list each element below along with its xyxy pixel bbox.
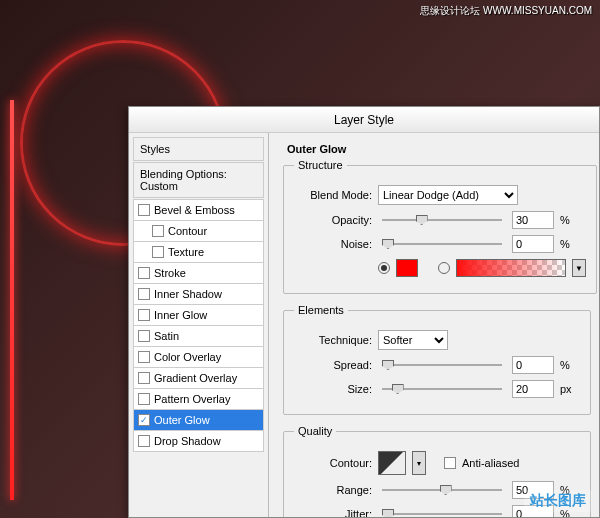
size-input[interactable]: 20 [512, 380, 554, 398]
dialog-title: Layer Style [129, 107, 599, 133]
sidebar-item-label: Bevel & Emboss [154, 204, 235, 216]
sidebar-item-label: Pattern Overlay [154, 393, 230, 405]
sidebar-item-label: Inner Glow [154, 309, 207, 321]
noise-unit: % [560, 238, 578, 250]
sidebar-item-label: Color Overlay [154, 351, 221, 363]
blend-mode-select[interactable]: Linear Dodge (Add) [378, 185, 518, 205]
sidebar-item-label: Inner Shadow [154, 288, 222, 300]
watermark-top: 思缘设计论坛 WWW.MISSYUAN.COM [420, 4, 592, 18]
watermark-bottom: 站长图库 [524, 490, 592, 512]
sidebar-item-texture[interactable]: Texture [133, 242, 264, 263]
checkbox[interactable] [138, 288, 150, 300]
jitter-slider[interactable] [382, 507, 502, 517]
contour-picker[interactable] [378, 451, 406, 475]
sidebar-item-outer-glow[interactable]: ✓Outer Glow [133, 410, 264, 431]
checkbox[interactable] [138, 267, 150, 279]
range-label: Range: [294, 484, 372, 496]
size-slider[interactable] [382, 382, 502, 396]
checkbox[interactable] [138, 393, 150, 405]
checkbox[interactable] [138, 204, 150, 216]
styles-sidebar: Styles Blending Options: Custom Bevel & … [129, 133, 269, 517]
sidebar-item-label: Stroke [154, 267, 186, 279]
structure-group: Structure Blend Mode: Linear Dodge (Add)… [283, 159, 597, 294]
sidebar-item-label: Contour [168, 225, 207, 237]
elements-legend: Elements [294, 304, 348, 316]
antialiased-checkbox[interactable] [444, 457, 456, 469]
checkbox[interactable] [138, 435, 150, 447]
glow-color-swatch[interactable] [396, 259, 418, 277]
sidebar-item-drop-shadow[interactable]: Drop Shadow [133, 431, 264, 452]
range-slider[interactable] [382, 483, 502, 497]
panel-title: Outer Glow [287, 143, 591, 155]
sidebar-blending-header[interactable]: Blending Options: Custom [133, 162, 264, 198]
color-radio[interactable] [378, 262, 390, 274]
opacity-input[interactable]: 30 [512, 211, 554, 229]
layer-style-dialog: Layer Style Styles Blending Options: Cus… [128, 106, 600, 518]
opacity-unit: % [560, 214, 578, 226]
checkbox[interactable] [152, 225, 164, 237]
noise-slider[interactable] [382, 237, 502, 251]
sidebar-item-pattern-overlay[interactable]: Pattern Overlay [133, 389, 264, 410]
outer-glow-panel: Outer Glow Structure Blend Mode: Linear … [269, 133, 599, 517]
gradient-dropdown-icon[interactable]: ▼ [572, 259, 586, 277]
checkbox[interactable] [138, 351, 150, 363]
gradient-preview[interactable] [456, 259, 566, 277]
technique-label: Technique: [294, 334, 372, 346]
opacity-label: Opacity: [294, 214, 372, 226]
sidebar-item-stroke[interactable]: Stroke [133, 263, 264, 284]
size-unit: px [560, 383, 578, 395]
sidebar-item-label: Texture [168, 246, 204, 258]
elements-group: Elements Technique: Softer Spread: 0 % S… [283, 304, 591, 415]
sidebar-item-label: Drop Shadow [154, 435, 221, 447]
sidebar-item-inner-shadow[interactable]: Inner Shadow [133, 284, 264, 305]
quality-legend: Quality [294, 425, 336, 437]
spread-label: Spread: [294, 359, 372, 371]
checkbox[interactable]: ✓ [138, 414, 150, 426]
noise-label: Noise: [294, 238, 372, 250]
checkbox[interactable] [152, 246, 164, 258]
sidebar-item-contour[interactable]: Contour [133, 221, 264, 242]
sidebar-item-color-overlay[interactable]: Color Overlay [133, 347, 264, 368]
sidebar-styles-header[interactable]: Styles [133, 137, 264, 161]
sidebar-item-inner-glow[interactable]: Inner Glow [133, 305, 264, 326]
opacity-slider[interactable] [382, 213, 502, 227]
sidebar-item-satin[interactable]: Satin [133, 326, 264, 347]
structure-legend: Structure [294, 159, 347, 171]
checkbox[interactable] [138, 372, 150, 384]
blend-mode-label: Blend Mode: [294, 189, 372, 201]
spread-slider[interactable] [382, 358, 502, 372]
contour-dropdown-icon[interactable]: ▾ [412, 451, 426, 475]
sidebar-item-bevel-emboss[interactable]: Bevel & Emboss [133, 199, 264, 221]
sidebar-item-label: Outer Glow [154, 414, 210, 426]
gradient-radio[interactable] [438, 262, 450, 274]
antialiased-label: Anti-aliased [462, 457, 519, 469]
jitter-label: Jitter: [294, 508, 372, 517]
sidebar-item-gradient-overlay[interactable]: Gradient Overlay [133, 368, 264, 389]
checkbox[interactable] [138, 309, 150, 321]
noise-input[interactable]: 0 [512, 235, 554, 253]
spread-unit: % [560, 359, 578, 371]
checkbox[interactable] [138, 330, 150, 342]
contour-label: Contour: [294, 457, 372, 469]
size-label: Size: [294, 383, 372, 395]
technique-select[interactable]: Softer [378, 330, 448, 350]
sidebar-item-label: Satin [154, 330, 179, 342]
sidebar-item-label: Gradient Overlay [154, 372, 237, 384]
spread-input[interactable]: 0 [512, 356, 554, 374]
